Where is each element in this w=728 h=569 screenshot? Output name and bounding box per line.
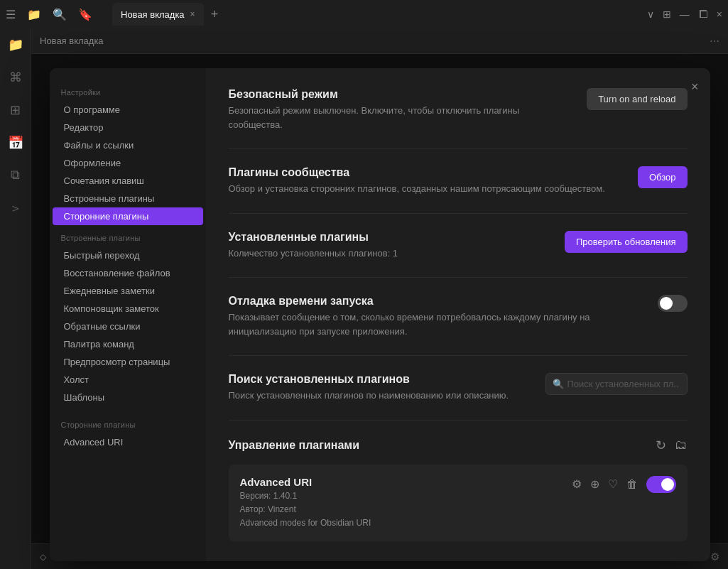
search-icon[interactable]: 🔍 (53, 8, 67, 21)
community-plugins-desc: Обзор и установка сторонних плагинов, со… (229, 182, 626, 196)
plugin-heart-icon[interactable]: ♡ (608, 477, 618, 491)
turn-on-reload-button[interactable]: Turn on and reload (587, 88, 687, 110)
sidebar-item-community-plugins[interactable]: Сторонние плагины (53, 207, 203, 225)
sidebar-item-editor[interactable]: Редактор (53, 119, 203, 136)
workspace-content: Настройки О программе Редактор Файлы и с… (31, 54, 728, 543)
startup-debug-desc: Показывает сообщение о том, сколько врем… (229, 310, 646, 338)
plugin-search-input[interactable] (545, 373, 688, 395)
plugin-trash-icon[interactable]: 🗑 (626, 478, 638, 491)
bottom-settings-icon[interactable]: ⚙ (710, 551, 719, 563)
community-plugins-info: Плагины сообщества Обзор и установка сто… (229, 166, 626, 196)
startup-debug-title: Отладка времени запуска (229, 295, 646, 308)
activity-grid-icon[interactable]: ⊞ (7, 99, 23, 121)
split-view-icon[interactable]: ⊞ (663, 9, 671, 20)
activity-bar: 📁 ⌘ ⊞ 📅 ⧉ ＞ (0, 28, 31, 569)
manage-plugins-row: Управление плагинами ↻ 🗂 (229, 438, 688, 453)
browse-button[interactable]: Обзор (638, 166, 688, 188)
plugin-actions: ⚙ ⊕ ♡ 🗑 (572, 476, 676, 493)
titlebar-right: ∨ ⊞ — ⧠ × (647, 9, 722, 20)
community-plugins-title: Плагины сообщества (229, 166, 626, 179)
activity-graph-icon[interactable]: ⌘ (6, 67, 25, 88)
settings-sidebar: Настройки О программе Редактор Файлы и с… (50, 68, 206, 561)
activity-calendar-icon[interactable]: 📅 (5, 132, 26, 153)
tab-close-btn[interactable]: × (190, 9, 195, 19)
manage-plugins-title: Управление плагинами (229, 439, 359, 452)
startup-debug-row: Отладка времени запуска Показывает сообщ… (229, 295, 688, 338)
workspace-topbar: Новая вкладка ⋯ (31, 28, 728, 54)
startup-debug-toggle[interactable] (658, 295, 688, 312)
toggle-thumb (661, 478, 674, 491)
tab-new-page[interactable]: Новая вкладка × (112, 3, 204, 26)
plugin-settings-icon[interactable]: ⚙ (572, 477, 582, 491)
breadcrumb: Новая вкладка (40, 36, 104, 46)
sidebar-item-canvas[interactable]: Холст (53, 371, 203, 389)
plugin-add-icon[interactable]: ⊕ (590, 477, 599, 491)
search-plugins-info: Поиск установленных плагинов Поиск устан… (229, 373, 534, 403)
check-updates-button[interactable]: Проверить обновления (565, 231, 688, 253)
sidebar-item-note-composer[interactable]: Компоновщик заметок (53, 300, 203, 318)
titlebar-left-icons: ☰ 📁 🔍 🔖 (6, 8, 92, 21)
expand-icon[interactable]: ∨ (647, 9, 654, 20)
community-plugins-row: Плагины сообщества Обзор и установка сто… (229, 166, 688, 196)
activity-copy-icon[interactable]: ⧉ (8, 165, 23, 185)
search-plugins-desc: Поиск установленных плагинов по наименов… (229, 389, 534, 403)
sidebar-item-templates[interactable]: Шаблоны (53, 389, 203, 406)
new-tab-button[interactable]: + (207, 7, 223, 22)
sidebar-item-core-plugins[interactable]: Встроенные плагины (53, 190, 203, 207)
installed-plugins-info: Установленные плагины Количество установ… (229, 231, 553, 261)
installed-plugins-section: Установленные плагины Количество установ… (229, 231, 688, 278)
search-plugins-action: 🔍 (545, 373, 688, 395)
workspace-actions: ⋯ (710, 36, 719, 47)
plugin-author: Автор: Vinzent (240, 503, 560, 516)
toggle-thumb (660, 297, 673, 310)
more-options-icon[interactable]: ⋯ (710, 36, 719, 47)
sidebar-item-advanced-uri[interactable]: Advanced URI (53, 433, 203, 451)
sidebar-item-page-preview[interactable]: Предпросмотр страницы (53, 353, 203, 371)
vault-diamond-icon: ◇ (40, 552, 46, 562)
titlebar: ☰ 📁 🔍 🔖 Новая вкладка × + ∨ ⊞ — ⧠ × (0, 0, 728, 28)
sidebar-item-command-palette[interactable]: Палитра команд (53, 335, 203, 353)
safe-mode-title: Безопасный режим (229, 88, 576, 101)
app-body: 📁 ⌘ ⊞ 📅 ⧉ ＞ Новая вкладка ⋯ Настройки (0, 28, 728, 569)
startup-debug-toggle-wrapper (658, 295, 688, 312)
search-input-wrapper: 🔍 (545, 373, 688, 395)
settings-section-label: Настройки (50, 80, 206, 101)
search-magnifier-icon: 🔍 (553, 379, 564, 389)
sidebar-item-file-recovery[interactable]: Восстановление файлов (53, 264, 203, 282)
plugin-advanced-uri: Advanced URI Версия: 1.40.1 Автор: Vinze… (229, 465, 688, 542)
settings-content: × Безопасный режим Безопасный режим выкл… (206, 68, 710, 561)
sidebar-item-hotkeys[interactable]: Сочетания клавиш (53, 172, 203, 190)
community-plugins-action: Обзор (638, 166, 688, 188)
sidebar-item-backlinks[interactable]: Обратные ссылки (53, 318, 203, 335)
maximize-icon[interactable]: ⧠ (698, 9, 708, 20)
sidebar-item-appearance[interactable]: Оформление (53, 154, 203, 172)
plugin-desc: Advanced modes for Obsidian URI (240, 516, 560, 530)
sidebar-item-quick-switcher[interactable]: Быстрый переход (53, 246, 203, 264)
plugin-enable-toggle[interactable] (646, 476, 676, 493)
tab-bar: Новая вкладка × + (112, 3, 641, 26)
installed-plugins-desc: Количество установленных плагинов: 1 (229, 246, 553, 261)
community-plugins-section: Плагины сообщества Обзор и установка сто… (229, 166, 688, 214)
search-plugins-title: Поиск установленных плагинов (229, 373, 534, 386)
reload-plugins-icon[interactable]: ↻ (656, 438, 666, 453)
safe-mode-action: Turn on and reload (587, 88, 687, 110)
plugin-mgmt-icons: ↻ 🗂 (656, 438, 688, 453)
startup-debug-info: Отладка времени запуска Показывает сообщ… (229, 295, 646, 338)
sidebar-toggle-icon[interactable]: ☰ (6, 8, 16, 21)
file-explorer-icon[interactable]: 📁 (27, 8, 41, 21)
tab-label: Новая вкладка (121, 9, 185, 20)
modal-overlay: Настройки О программе Редактор Файлы и с… (31, 54, 728, 543)
sidebar-item-about[interactable]: О программе (53, 101, 203, 119)
community-section-label: Сторонние плагины (50, 412, 206, 433)
open-plugins-folder-icon[interactable]: 🗂 (675, 438, 688, 453)
activity-terminal-icon[interactable]: ＞ (6, 197, 25, 220)
workspace: Новая вкладка ⋯ Настройки О программе Ре… (31, 28, 728, 569)
search-plugins-section: Поиск установленных плагинов Поиск устан… (229, 373, 688, 421)
bookmark-icon[interactable]: 🔖 (78, 8, 92, 21)
modal-close-btn[interactable]: × (691, 80, 699, 94)
minimize-icon[interactable]: — (680, 9, 690, 20)
sidebar-item-daily-notes[interactable]: Ежедневные заметки (53, 282, 203, 300)
activity-files-icon[interactable]: 📁 (5, 34, 26, 55)
window-close-icon[interactable]: × (717, 9, 722, 20)
sidebar-item-files[interactable]: Файлы и ссылки (53, 136, 203, 154)
